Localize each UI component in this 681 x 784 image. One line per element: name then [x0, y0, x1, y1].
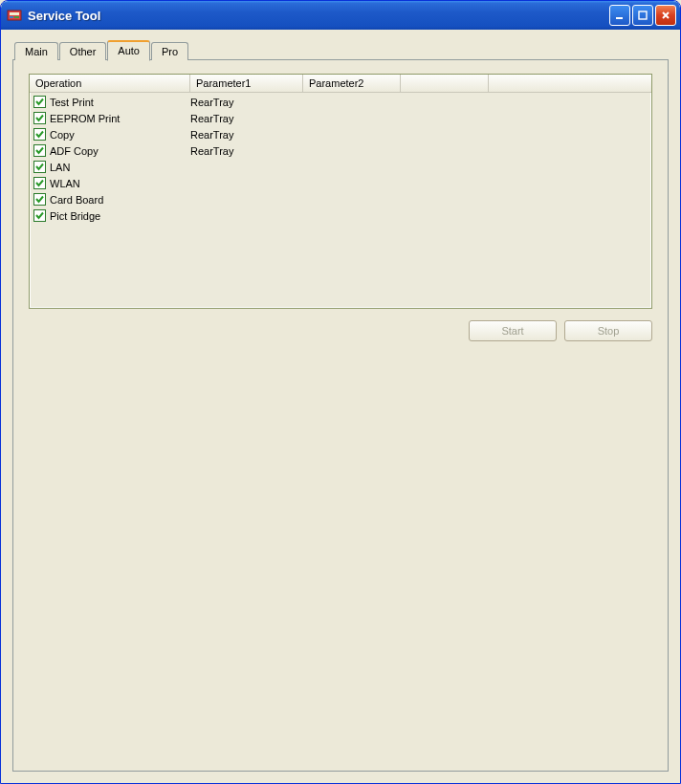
- list-row[interactable]: CopyRearTray: [30, 126, 651, 142]
- cell-parameter1: RearTray: [190, 113, 303, 124]
- row-checkbox[interactable]: [33, 209, 46, 222]
- titlebar[interactable]: Service Tool: [1, 1, 680, 30]
- svg-rect-3: [14, 16, 19, 18]
- row-checkbox[interactable]: [33, 144, 46, 157]
- list-row[interactable]: LAN: [30, 159, 651, 175]
- cell-parameter1: RearTray: [190, 129, 303, 141]
- minimize-button[interactable]: [609, 5, 630, 26]
- tab-strip: Main Other Auto Pro: [14, 39, 669, 59]
- list-row[interactable]: ADF CopyRearTray: [30, 142, 651, 159]
- cell-operation: WLAN: [50, 178, 190, 189]
- svg-rect-4: [616, 17, 623, 19]
- cell-operation: Pict Bridge: [50, 210, 190, 222]
- column-operation[interactable]: Operation: [30, 75, 190, 92]
- cell-operation: LAN: [50, 162, 190, 173]
- tab-other[interactable]: Other: [59, 42, 107, 60]
- list-row[interactable]: EEPROM PrintRearTray: [30, 110, 651, 126]
- client-area: Main Other Auto Pro Operation Parameter1…: [1, 30, 680, 783]
- cell-operation: Test Print: [50, 97, 190, 108]
- row-checkbox[interactable]: [33, 161, 46, 173]
- row-checkbox[interactable]: [33, 96, 46, 108]
- list-row[interactable]: WLAN: [30, 175, 651, 191]
- tab-pro[interactable]: Pro: [151, 42, 188, 60]
- list-row[interactable]: Pict Bridge: [30, 207, 651, 224]
- window-buttons: [609, 5, 676, 26]
- listview-body: Test PrintRearTrayEEPROM PrintRearTrayCo…: [30, 93, 651, 225]
- cell-parameter1: RearTray: [190, 97, 303, 108]
- stop-button[interactable]: Stop: [564, 320, 652, 341]
- column-parameter1[interactable]: Parameter1: [190, 75, 303, 92]
- tab-auto[interactable]: Auto: [107, 40, 150, 61]
- operation-listview[interactable]: Operation Parameter1 Parameter2 Test Pri…: [29, 74, 652, 309]
- window-title: Service Tool: [28, 9, 609, 23]
- cell-parameter1: RearTray: [190, 145, 303, 157]
- svg-rect-2: [10, 16, 13, 18]
- button-row: Start Stop: [29, 320, 652, 341]
- cell-operation: Copy: [50, 129, 190, 141]
- svg-rect-5: [639, 11, 647, 19]
- app-window: Service Tool Main Other Auto Pro Operati…: [0, 0, 681, 784]
- list-row[interactable]: Card Board: [30, 191, 651, 207]
- column-parameter2[interactable]: Parameter2: [303, 75, 401, 92]
- start-button[interactable]: Start: [469, 320, 557, 341]
- cell-operation: Card Board: [50, 194, 190, 206]
- cell-operation: EEPROM Print: [50, 113, 190, 124]
- svg-rect-1: [10, 12, 19, 15]
- listview-header: Operation Parameter1 Parameter2: [30, 75, 651, 93]
- maximize-button[interactable]: [632, 5, 653, 26]
- tab-main[interactable]: Main: [14, 42, 58, 60]
- tab-panel-auto: Operation Parameter1 Parameter2 Test Pri…: [12, 59, 669, 772]
- row-checkbox[interactable]: [33, 128, 46, 141]
- app-icon: [7, 8, 22, 23]
- close-button[interactable]: [655, 5, 676, 26]
- column-spare2[interactable]: [489, 75, 651, 92]
- row-checkbox[interactable]: [33, 177, 46, 189]
- row-checkbox[interactable]: [33, 193, 46, 206]
- list-row[interactable]: Test PrintRearTray: [30, 94, 651, 110]
- column-spare1[interactable]: [401, 75, 489, 92]
- row-checkbox[interactable]: [33, 112, 46, 124]
- cell-operation: ADF Copy: [50, 145, 190, 157]
